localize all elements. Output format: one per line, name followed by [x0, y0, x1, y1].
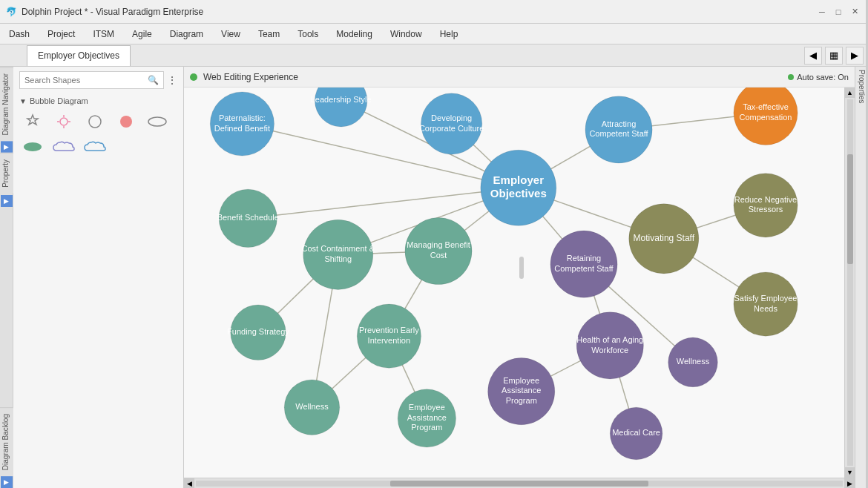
svg-text:Needs: Needs — [754, 304, 777, 313]
svg-text:Managing Benefit: Managing Benefit — [407, 240, 470, 249]
bubble-benefit_sched[interactable]: Benefit Schedule — [217, 189, 279, 247]
shapes-grid — [13, 108, 183, 160]
svg-text:Reduce Negative: Reduce Negative — [734, 195, 797, 204]
tab-icon-forward[interactable]: ▶ — [846, 47, 864, 65]
menu-item-view[interactable]: View — [212, 26, 249, 42]
sidebar-icon-3[interactable]: ▶ — [1, 476, 13, 488]
bubble-satisfy[interactable]: Satisfy EmployeeNeeds — [734, 272, 798, 336]
svg-point-34 — [315, 88, 367, 127]
menu-item-diagram[interactable]: Diagram — [161, 26, 212, 42]
app-title: Dolphin Project * - Visual Paradigm Ente… — [22, 7, 815, 17]
diagram-toolbar: Web Editing Experience Auto save: On — [184, 67, 855, 88]
bubble-retaining[interactable]: RetainingCompetent Staff — [550, 231, 617, 297]
bubble-attracting[interactable]: AttractingCompetent Staff — [585, 96, 652, 163]
search-box[interactable]: 🔍 — [19, 71, 164, 89]
shape-panel: 🔍 ⋮ ▼ Bubble Diagram — [13, 67, 184, 488]
tab-icon-back[interactable]: ◀ — [804, 47, 822, 65]
resize-handle[interactable] — [519, 257, 524, 279]
tabbar: Employer Objectives ◀ ▦ ▶ — [0, 44, 868, 67]
shape-circle[interactable] — [82, 111, 108, 132]
sidebar-icon-2[interactable]: ▶ — [1, 195, 13, 207]
svg-text:Benefit Schedule: Benefit Schedule — [217, 213, 279, 222]
sidebar-item-diagram-backlog[interactable]: Diagram Backlog — [0, 407, 13, 476]
svg-text:Attracting: Attracting — [602, 119, 636, 128]
scroll-up-button[interactable]: ▲ — [845, 88, 855, 98]
shape-cloud-blue[interactable] — [82, 136, 108, 157]
diagram-canvas[interactable]: EmployerObjectivesLeadership StylePatern… — [184, 88, 855, 488]
svg-point-7 — [148, 117, 166, 126]
search-icon: 🔍 — [148, 75, 159, 85]
shape-filled-circle[interactable] — [113, 111, 139, 132]
scroll-thumb-v[interactable] — [847, 154, 853, 264]
menu-item-dash[interactable]: Dash — [0, 26, 39, 42]
bubble-leadership[interactable]: Leadership Style — [311, 88, 372, 127]
autosave-label: Auto save: On — [797, 73, 849, 82]
bubble-paternalistic[interactable]: Paternalistic:Defined Benefit — [210, 92, 274, 156]
search-input[interactable] — [24, 76, 148, 85]
svg-text:Wellness: Wellness — [295, 402, 329, 411]
svg-text:Wellness: Wellness — [677, 357, 710, 366]
bubble-center[interactable]: EmployerObjectives — [481, 150, 556, 225]
scroll-down-button[interactable]: ▼ — [845, 467, 855, 478]
shape-star[interactable] — [19, 111, 46, 132]
scroll-right-button[interactable]: ▶ — [844, 478, 855, 489]
sidebar-item-diagram-navigator[interactable]: Diagram Navigator — [0, 67, 13, 141]
menu-item-modeling[interactable]: Modeling — [327, 26, 381, 42]
svg-text:Developing: Developing — [431, 113, 472, 122]
bubble-wellness_left[interactable]: Wellness — [284, 380, 339, 435]
svg-text:Competent Staff: Competent Staff — [554, 264, 614, 273]
tab-icon-grid[interactable]: ▦ — [825, 47, 843, 65]
sidebar-icon-1[interactable]: ▶ — [1, 141, 13, 153]
scroll-thumb-h[interactable] — [390, 481, 649, 487]
svg-text:Assistance: Assistance — [407, 413, 447, 422]
svg-point-0 — [60, 118, 68, 125]
svg-text:Assistance: Assistance — [502, 386, 541, 395]
svg-text:Motivating Staff: Motivating Staff — [634, 233, 695, 243]
svg-text:Funding Strategy: Funding Strategy — [227, 327, 289, 336]
scroll-track-h[interactable] — [196, 481, 843, 487]
shapes-menu-button[interactable]: ⋮ — [167, 74, 177, 86]
menu-item-help[interactable]: Help — [431, 26, 467, 42]
left-strip: Diagram Navigator ▶ Property ▶ Diagram B… — [0, 67, 13, 488]
bubble-wellness_right[interactable]: Wellness — [668, 337, 718, 387]
bubble-reduce[interactable]: Reduce NegativeStressors — [734, 174, 798, 237]
menu-item-project[interactable]: Project — [39, 26, 84, 42]
menu-item-tools[interactable]: Tools — [289, 26, 327, 42]
shape-ellipse-h[interactable] — [144, 111, 171, 132]
scroll-track-v[interactable] — [847, 99, 853, 466]
menubar: DashProjectITSMAgileDiagramViewTeamTools… — [0, 24, 868, 44]
autosave-dot — [788, 74, 794, 80]
menu-item-window[interactable]: Window — [381, 26, 431, 42]
vertical-scrollbar[interactable]: ▲ ▼ — [844, 88, 855, 478]
bubble-tax[interactable]: Tax-effectiveCompensation — [734, 88, 798, 145]
main-layout: Diagram Navigator ▶ Property ▶ Diagram B… — [0, 67, 868, 488]
bubble-emp_assist_big[interactable]: EmployeeAssistanceProgram — [488, 358, 555, 425]
svg-text:Cost Containment &: Cost Containment & — [302, 244, 375, 253]
autosave-indicator: Auto save: On — [788, 73, 849, 82]
maximize-button[interactable]: □ — [831, 4, 846, 19]
shape-sun[interactable] — [50, 111, 77, 132]
bubble-health_aging[interactable]: Health of an AgingWorkforce — [576, 312, 643, 379]
bubble-motivating[interactable]: Motivating Staff — [629, 204, 699, 274]
bubble-managing[interactable]: Managing BenefitCost — [405, 217, 472, 284]
minimize-button[interactable]: ─ — [815, 4, 829, 19]
shape-ellipse-green[interactable] — [19, 136, 46, 157]
svg-text:Stressors: Stressors — [749, 205, 783, 214]
bubble-funding[interactable]: Funding Strategy — [227, 305, 289, 360]
horizontal-scrollbar[interactable]: ◀ ▶ — [184, 478, 855, 488]
menu-item-team[interactable]: Team — [249, 26, 289, 42]
sidebar-item-property[interactable]: Property — [0, 153, 13, 194]
diagram-svg: EmployerObjectivesLeadership StylePatern… — [184, 88, 855, 488]
bubble-emp_assist_small[interactable]: EmployeeAssistanceProgram — [398, 389, 456, 447]
bubble-medical[interactable]: Medical Care — [610, 407, 662, 460]
tab-employer-objectives[interactable]: Employer Objectives — [27, 45, 131, 66]
menu-item-agile[interactable]: Agile — [123, 26, 161, 42]
menu-item-itsm[interactable]: ITSM — [84, 26, 123, 42]
bubble-prevention[interactable]: Prevention EarlyIntervention — [357, 304, 421, 368]
titlebar: 🐬 Dolphin Project * - Visual Paradigm En… — [0, 0, 868, 24]
shape-cloud[interactable] — [50, 136, 77, 157]
close-button[interactable]: ✕ — [847, 4, 862, 19]
bubble-diagram-section[interactable]: ▼ Bubble Diagram — [13, 93, 183, 108]
scroll-left-button[interactable]: ◀ — [184, 478, 194, 489]
svg-text:Compensation: Compensation — [740, 113, 792, 122]
